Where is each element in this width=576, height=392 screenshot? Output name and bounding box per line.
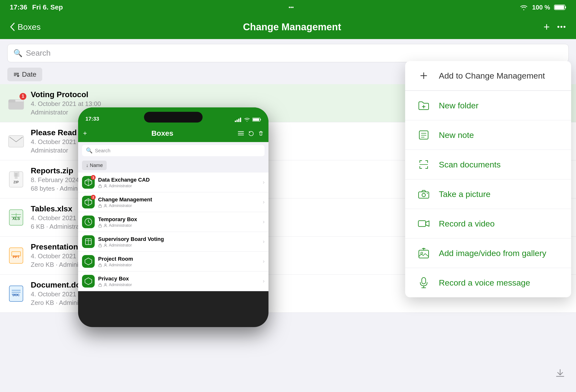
email-icon (7, 133, 25, 150)
phone-user-icon (104, 204, 107, 208)
phone-item-meta: Administrator (98, 283, 259, 287)
phone-lock-icon (98, 263, 102, 267)
phone-nav-title: Boxes (151, 129, 173, 138)
add-button[interactable]: + (544, 21, 550, 33)
download-button[interactable] (554, 367, 566, 382)
phone-list-item[interactable]: Project Room Administrator › (78, 252, 268, 271)
battery-label: 100 % (532, 4, 550, 11)
search-bar[interactable]: 🔍 Search (7, 44, 569, 62)
back-label: Boxes (18, 22, 41, 32)
status-bar: 17:36 Fri 6. Sep ••• 100 % (0, 0, 576, 15)
phone-list-icon[interactable] (238, 131, 244, 136)
phone-sort-bar: ↓ Name (78, 159, 268, 172)
folder-plus-icon (418, 101, 429, 110)
phone-item-name: Data Exchange CAD (98, 177, 259, 183)
svg-point-43 (105, 224, 106, 225)
svg-text:PPT: PPT (13, 255, 20, 259)
nav-right-buttons: + ••• (544, 21, 566, 33)
svg-point-63 (422, 193, 425, 197)
phone-user-icon (104, 224, 107, 227)
phone-signal-icon (235, 117, 242, 122)
scan-icon (417, 158, 430, 171)
phone-box-icon (82, 275, 95, 287)
plus-circle-icon (419, 71, 429, 81)
back-button[interactable]: Boxes (10, 22, 41, 32)
dropdown-header[interactable]: Add to Change Management (405, 61, 571, 91)
svg-point-67 (421, 252, 423, 254)
dropdown-add-gallery[interactable]: Add image/video from gallery (405, 238, 571, 268)
phone-lock-icon (98, 204, 102, 208)
dropdown-scan-documents[interactable]: Scan documents (405, 150, 571, 179)
gallery-icon (417, 247, 430, 259)
phone-list-item[interactable]: Privacy Box Administrator › (78, 271, 268, 291)
xlsx-icon: XLS (7, 209, 25, 226)
dropdown-item-label: New note (439, 130, 474, 140)
back-chevron-icon (10, 23, 15, 31)
phone-nav-bar: + Boxes (78, 124, 268, 142)
note-icon (418, 130, 429, 140)
scan-svg (418, 159, 429, 170)
phone-overlay: 17:33 (78, 107, 268, 327)
search-placeholder: Search (26, 49, 51, 57)
phone-item-name: Temporary Box (98, 216, 259, 223)
phone-list-item[interactable]: 2 Change Management Administrator (78, 192, 268, 212)
dropdown-take-picture[interactable]: Take a picture (405, 179, 571, 209)
phone-sort-button[interactable]: ↓ Name (82, 161, 107, 170)
svg-rect-25 (235, 121, 236, 122)
video-icon (417, 217, 430, 230)
phone-item-info: Privacy Box Administrator (98, 276, 259, 287)
phone-item-meta: Administrator (98, 263, 259, 267)
phone-search-bar[interactable]: 🔍 Search (82, 145, 264, 156)
dropdown-new-folder[interactable]: New folder (405, 91, 571, 120)
phone-notch (144, 112, 202, 122)
phone-lock-icon (98, 184, 102, 188)
dropdown-record-video[interactable]: Record a video (405, 209, 571, 238)
phone-chevron-icon: › (263, 199, 264, 205)
dropdown-new-note[interactable]: New note (405, 120, 571, 150)
phone-item-info: Project Room Administrator (98, 256, 259, 267)
dropdown-item-label: Record a voice message (439, 278, 530, 287)
phone-search-icon: 🔍 (86, 147, 92, 154)
phone-list-item[interactable]: 3 Data Exchange CAD Administrator (78, 172, 268, 192)
phone-item-info: Change Management Administrator (98, 196, 259, 208)
phone-refresh-icon[interactable] (248, 131, 254, 136)
phone-search-placeholder: Search (95, 148, 110, 154)
phone-meta-text: Administrator (109, 184, 132, 188)
project-icon-svg (84, 257, 93, 266)
sort-icon (13, 71, 20, 78)
docx-icon: DOC (7, 285, 25, 302)
wifi-icon (519, 4, 528, 11)
svg-rect-5 (8, 136, 24, 147)
phone-add-icon[interactable]: + (83, 129, 87, 137)
svg-rect-35 (99, 186, 102, 188)
sort-button[interactable]: Date (7, 68, 42, 81)
svg-rect-66 (419, 250, 429, 258)
phone-lock-icon (98, 283, 102, 287)
phone-user-icon (104, 184, 107, 188)
phone-time: 17:33 (86, 116, 99, 122)
phone-box-list: 3 Data Exchange CAD Administrator (78, 172, 268, 291)
phone-delete-icon[interactable] (258, 131, 264, 136)
dropdown-item-label: Add image/video from gallery (439, 249, 546, 258)
svg-point-38 (105, 204, 106, 206)
download-icon (554, 367, 566, 379)
phone-user-icon (104, 283, 107, 287)
file-icon-wrap: 1 (7, 94, 25, 112)
svg-rect-49 (99, 265, 102, 267)
pptx-svg: PPT (9, 247, 24, 264)
phone-item-meta: Administrator (98, 184, 259, 188)
more-button[interactable]: ••• (557, 23, 566, 31)
phone-list-item[interactable]: Supervisory Board Voting Administrator (78, 232, 268, 252)
phone-list-item[interactable]: Temporary Box Administrator › (78, 212, 268, 232)
svg-rect-37 (99, 205, 102, 207)
status-time: 17:36 (10, 3, 27, 11)
pptx-icon: PPT (7, 247, 25, 264)
camera-icon (417, 188, 430, 200)
file-icon-wrap: DOC (7, 285, 25, 302)
svg-line-41 (88, 222, 90, 223)
phone-meta-text: Administrator (109, 283, 132, 287)
file-icon-wrap: ZIP (7, 171, 25, 188)
dropdown-record-voice[interactable]: Record a voice message (405, 268, 571, 297)
file-badge: 1 (20, 93, 26, 100)
file-icon-wrap (7, 133, 25, 150)
